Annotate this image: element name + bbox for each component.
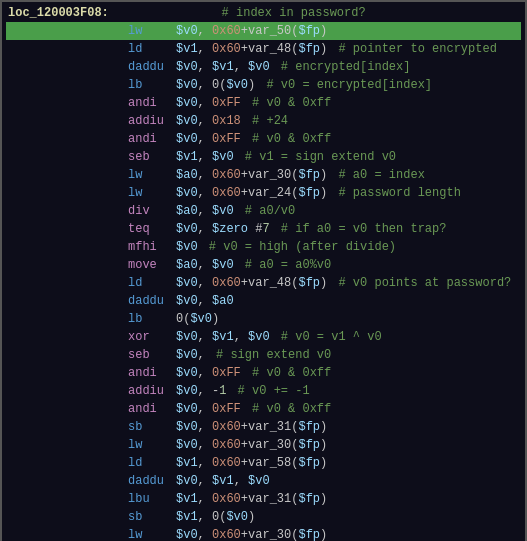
disasm-line[interactable]: move$a0, $v0 # a0 = a0%v0	[6, 256, 521, 274]
disasm-line[interactable]: andi$v0, 0xFF # v0 & 0xff	[6, 364, 521, 382]
disasm-line[interactable]: andi$v0, 0xFF # v0 & 0xff	[6, 130, 521, 148]
disasm-line[interactable]: lb$v0, 0($v0) # v0 = encrypted[index]	[6, 76, 521, 94]
mnemonic: addiu	[128, 112, 176, 130]
mnemonic: andi	[128, 364, 176, 382]
operands: $v0, 0xFF	[176, 130, 241, 148]
line-label	[8, 220, 128, 238]
operands: $v0	[176, 238, 198, 256]
comment: # sign extend v0	[209, 346, 331, 364]
line-label	[8, 472, 128, 490]
line-label	[8, 94, 128, 112]
disasm-line[interactable]: daddu$v0, $v1, $v0	[6, 472, 521, 490]
line-label	[8, 310, 128, 328]
mnemonic: lbu	[128, 490, 176, 508]
mnemonic: daddu	[128, 58, 176, 76]
operands: $v0, 0x60+var_31($fp)	[176, 418, 327, 436]
operands: $v0, $zero #7	[176, 220, 270, 238]
disasm-line[interactable]: teq$v0, $zero #7 # if a0 = v0 then trap?	[6, 220, 521, 238]
line-label	[8, 184, 128, 202]
mnemonic: mfhi	[128, 238, 176, 256]
operands: $v0, 0xFF	[176, 400, 241, 418]
operands: $v0, 0x60+var_48($fp)	[176, 274, 327, 292]
line-label	[8, 364, 128, 382]
line-label	[8, 400, 128, 418]
disasm-line[interactable]: mfhi$v0 # v0 = high (after divide)	[6, 238, 521, 256]
mnemonic: move	[128, 256, 176, 274]
disasm-line[interactable]: xor$v0, $v1, $v0 # v0 = v1 ^ v0	[6, 328, 521, 346]
mnemonic: daddu	[128, 472, 176, 490]
operands: $v0, $v1, $v0	[176, 328, 270, 346]
disasm-line[interactable]: lw$v0, 0x60+var_30($fp)	[6, 526, 521, 541]
disasm-line[interactable]: sb$v1, 0($v0)	[6, 508, 521, 526]
line-label	[8, 274, 128, 292]
operands: $a0, 0x60+var_30($fp)	[176, 166, 327, 184]
line-label	[8, 76, 128, 94]
comment: # v0 += -1	[230, 382, 309, 400]
mnemonic: seb	[128, 346, 176, 364]
comment: # v0 & 0xff	[245, 94, 331, 112]
operands: $v0, -1	[176, 382, 226, 400]
disasm-line[interactable]: daddu$v0, $a0	[6, 292, 521, 310]
mnemonic: ld	[128, 274, 176, 292]
disasm-line[interactable]: lb0($v0)	[6, 310, 521, 328]
disasm-line[interactable]: lw$a0, 0x60+var_30($fp) # a0 = index	[6, 166, 521, 184]
mnemonic: lw	[128, 184, 176, 202]
operands: $v0, 0x18	[176, 112, 241, 130]
disasm-line[interactable]: ld$v1, 0x60+var_58($fp)	[6, 454, 521, 472]
mnemonic: lw	[128, 526, 176, 541]
line-label	[8, 166, 128, 184]
mnemonic: lb	[128, 310, 176, 328]
disasm-line[interactable]: sb$v0, 0x60+var_31($fp)	[6, 418, 521, 436]
disasm-line[interactable]: andi$v0, 0xFF # v0 & 0xff	[6, 94, 521, 112]
mnemonic: div	[128, 202, 176, 220]
disasm-line[interactable]: lw$v0, 0x60+var_30($fp)	[6, 436, 521, 454]
line-label	[8, 202, 128, 220]
operands: $a0, $v0	[176, 256, 234, 274]
comment: # a0 = index	[331, 166, 425, 184]
disasm-line[interactable]: addiu$v0, -1 # v0 += -1	[6, 382, 521, 400]
disasm-line[interactable]: seb$v0, # sign extend v0	[6, 346, 521, 364]
disasm-line[interactable]: ld$v0, 0x60+var_48($fp) # v0 points at p…	[6, 274, 521, 292]
comment: # v0 & 0xff	[245, 400, 331, 418]
disasm-line[interactable]: addiu$v0, 0x18 # +24	[6, 112, 521, 130]
line-label	[8, 148, 128, 166]
operands: $v0, $v1, $v0	[176, 58, 270, 76]
disasm-line[interactable]: ld$v1, 0x60+var_48($fp) # pointer to enc…	[6, 40, 521, 58]
comment: # a0 = a0%v0	[238, 256, 332, 274]
line-label	[8, 130, 128, 148]
operands: $v0, 0xFF	[176, 94, 241, 112]
comment: # pointer to encrypted	[331, 40, 497, 58]
operands: $a0, $v0	[176, 202, 234, 220]
line-label	[8, 346, 128, 364]
operands: $v1, 0x60+var_58($fp)	[176, 454, 327, 472]
disasm-line[interactable]: lbu$v1, 0x60+var_31($fp)	[6, 490, 521, 508]
line-label	[8, 490, 128, 508]
comment: # encrypted[index]	[274, 58, 411, 76]
disasm-line[interactable]: loc_120003F08: # index in password?	[6, 4, 521, 22]
operands: $v0, 0($v0)	[176, 76, 255, 94]
mnemonic: lw	[128, 436, 176, 454]
line-label	[8, 418, 128, 436]
disasm-line[interactable]: andi$v0, 0xFF # v0 & 0xff	[6, 400, 521, 418]
operands: $v0, $v1, $v0	[176, 472, 270, 490]
disasm-line[interactable]: seb$v1, $v0 # v1 = sign extend v0	[6, 148, 521, 166]
comment: # v1 = sign extend v0	[238, 148, 396, 166]
mnemonic: sb	[128, 418, 176, 436]
disasm-line[interactable]: daddu$v0, $v1, $v0 # encrypted[index]	[6, 58, 521, 76]
code-area[interactable]: loc_120003F08: # index in password? lw$v…	[2, 2, 525, 541]
disasm-line[interactable]: lw$v0, 0x60+var_50($fp)	[6, 22, 521, 40]
operands: $v0, 0x60+var_24($fp)	[176, 184, 327, 202]
line-label	[8, 256, 128, 274]
disasm-line[interactable]: lw$v0, 0x60+var_24($fp) # password lengt…	[6, 184, 521, 202]
operands: $v0, 0x60+var_50($fp)	[176, 22, 327, 40]
disasm-line[interactable]: div$a0, $v0 # a0/v0	[6, 202, 521, 220]
mnemonic: andi	[128, 130, 176, 148]
mnemonic: andi	[128, 94, 176, 112]
comment: # v0 = high (after divide)	[202, 238, 396, 256]
comment: # +24	[245, 112, 288, 130]
comment: # v0 & 0xff	[245, 130, 331, 148]
mnemonic: xor	[128, 328, 176, 346]
mnemonic: addiu	[128, 382, 176, 400]
operands: $v1, 0($v0)	[176, 508, 255, 526]
mnemonic: ld	[128, 454, 176, 472]
